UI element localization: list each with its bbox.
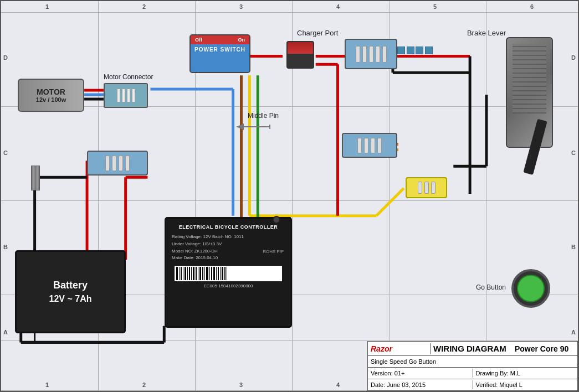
svg-marker-34 [237,123,244,130]
brake-lever [506,37,553,148]
wiring-diagram-title: WIRING DIAGRAM [433,344,506,353]
battery-connector-top [87,151,148,176]
controller-under: Under Voltage: 10V±0.3V [172,241,285,248]
subtitle-cell: Single Speed Go Button [368,357,577,366]
charger-pin-3 [369,46,373,63]
row-label-cr: C [571,149,576,156]
controller-title: ELECTRICAL BICYCLE CONTROLLER [166,219,290,233]
bar18 [213,267,215,280]
mid-pin-4 [377,138,382,153]
charger-port-label: Charger Port [297,29,338,37]
version: Version: 01+ [371,370,404,376]
controller-date: Make Date: 2015.04.10 [172,255,285,262]
middle-pin-arrow [234,120,273,133]
go-button [511,269,550,308]
motor-connector [104,83,148,108]
motor-connector-label: Motor Connector [104,73,153,81]
bar24 [227,267,227,280]
small-connector-2 [407,47,414,54]
charger-pin-5 [382,46,387,63]
title-row-1: Razor WIRING DIAGRAM Power Core 90 [368,342,577,356]
bar20 [218,267,219,280]
date-cell: Date: June 03, 2015 [368,380,473,389]
verified-cell: Verified: Miquel L [473,380,578,389]
row-label-ar: A [571,329,576,336]
bar1 [176,267,178,280]
battery-specs: 12V ~ 7Ah [49,294,92,304]
bar19 [216,267,217,280]
razor-logo: Razor [371,344,392,353]
bar5 [185,267,186,280]
grid-h-top [1,12,578,13]
svg-line-17 [376,188,404,216]
row-label-d: D [3,54,8,61]
bar2 [179,267,180,280]
bar12 [199,267,201,280]
bar11 [198,267,198,280]
yc-pin-3 [431,182,435,194]
bar6 [187,267,188,280]
mid-pin-1 [357,138,362,153]
switch-off-label: Off [195,37,202,43]
drawing-by: Drawing By: M.L [476,370,521,376]
controller-ec: EC005 15041002390000 [166,282,290,290]
power-switch-label: POWER SWITCH [191,44,249,55]
brake-lever-grip [513,44,546,114]
logo-cell: Razor [368,343,431,354]
subtitle: Single Speed Go Button [371,358,436,365]
col-label-3: 3 [239,3,243,10]
title-row-2: Single Speed Go Button [368,356,577,368]
controller-port [273,216,280,224]
motor-label: MOTOR [37,87,65,96]
middle-pin-label: Middle Pin [248,112,279,120]
row-label-dr: D [571,54,576,61]
brake-lever-label: Brake Lever [467,29,506,37]
controller-specs: Rating Voltage: 12V Batch NO: 1011 Under… [166,233,290,263]
grid-h-c [1,200,578,201]
bar13 [202,267,203,280]
row-label-br: B [571,244,576,250]
rohs-label: ROHS P/F [263,249,284,254]
bar10 [196,267,197,280]
motor-strips [31,166,40,190]
mc-pin-2 [122,89,125,102]
go-button-green [517,275,545,302]
battery: Battery 12V ~ 7Ah [15,250,126,333]
verified: Verified: Miquel L [476,381,522,388]
mid-pin-3 [371,138,375,153]
yellow-connector [406,177,447,198]
bct-pin-3 [119,156,123,171]
motor-specs: 12v / 100w [36,96,66,103]
power-switch-top: Off On [191,35,249,44]
bct-pin-4 [125,156,130,171]
bar21 [220,267,221,280]
power-switch-text: POWER SWITCH [194,47,245,53]
go-button-label: Go Button [476,283,506,291]
col-label-6: 6 [530,3,534,10]
charger-connector [345,39,397,69]
mc-pin-1 [117,89,120,102]
date: Date: June 03, 2015 [371,381,426,388]
main-diagram: 1 2 3 4 5 6 1 2 3 4 5 6 D C B A D C B A [0,0,579,392]
bar14 [204,267,205,280]
row-label-b: B [3,244,8,250]
yc-pin-2 [424,182,429,194]
col-label-2: 2 [142,3,146,10]
mc-pin-3 [127,89,130,102]
row-label-c: C [3,149,8,156]
bar8 [191,267,192,280]
bar22 [222,267,223,280]
version-cell: Version: 01+ [368,369,473,378]
drawing-by-cell: Drawing By: M.L [473,369,578,378]
barcode [175,266,282,281]
small-connector-1 [397,47,405,54]
battery-label: Battery [53,280,88,291]
bar4 [183,267,183,280]
controller: ELECTRICAL BICYCLE CONTROLLER Rating Vol… [165,217,292,328]
small-connector-4 [425,47,433,54]
middle-connector [342,133,397,158]
bar17 [211,267,212,280]
bct-pin-1 [105,156,110,171]
title-row-4: Date: June 03, 2015 Verified: Miquel L [368,379,577,390]
power-switch: Off On POWER SWITCH [189,34,250,73]
